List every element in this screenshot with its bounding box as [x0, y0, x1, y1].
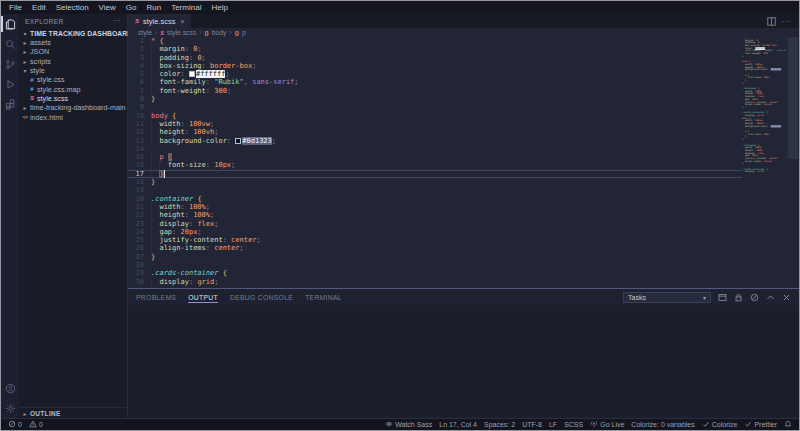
tree-item-style[interactable]: ▾style	[19, 66, 127, 75]
menu-item-go[interactable]: Go	[121, 3, 142, 12]
scrollbar-thumb[interactable]	[788, 37, 798, 159]
code-line: 13 background-color: #0d1323;	[742, 69, 786, 72]
tree-item-json[interactable]: ▸JSON	[19, 47, 127, 56]
sidebar-title: EXPLORER	[25, 18, 64, 25]
tree-item-time-tracking-dashboard-main[interactable]: ▸time-tracking-dashboard-main	[19, 103, 127, 112]
editor-scrollbar[interactable]	[786, 37, 799, 288]
settings-gear-icon[interactable]	[1, 398, 19, 418]
status-spaces-2[interactable]: Spaces: 2	[484, 421, 515, 428]
output-panel-content[interactable]	[128, 305, 799, 418]
tree-item-scripts[interactable]: ▸scripts	[19, 57, 127, 66]
close-panel-icon[interactable]	[782, 293, 791, 302]
tree-item-assets[interactable]: ▸assets	[19, 38, 127, 47]
extensions-icon[interactable]	[1, 94, 19, 114]
sass-file-icon: S	[29, 95, 35, 101]
text-cursor	[164, 170, 165, 178]
breadcrumb-item[interactable]: style	[138, 29, 152, 36]
code-text: .container {	[151, 195, 202, 203]
clear-output-icon[interactable]	[750, 293, 759, 302]
code-text: height: 100%;	[151, 211, 214, 219]
tree-item-index-html[interactable]: <>index.html	[19, 112, 127, 121]
status-label: Colorize: 0 variables	[631, 421, 694, 428]
panel-tab-problems[interactable]: PROBLEMS	[136, 291, 176, 304]
code-line: 17 }	[128, 170, 742, 178]
status-label: LF	[549, 421, 557, 428]
explorer-more-actions-button[interactable]: ···	[113, 18, 121, 24]
status-colorize[interactable]: Colorize	[702, 420, 738, 429]
menu-item-terminal[interactable]: Terminal	[166, 3, 206, 12]
code-text: }	[151, 95, 155, 103]
chevron-right-icon: ▸	[22, 410, 28, 417]
tree-item-style-scss[interactable]: Sstyle.scss	[19, 94, 127, 103]
panel-tab-debug-console[interactable]: DEBUG CONSOLE	[230, 291, 293, 304]
menu-item-selection[interactable]: Selection	[51, 3, 94, 12]
panel-tab-terminal[interactable]: TERMINAL	[305, 291, 342, 304]
source-control-icon[interactable]	[1, 54, 19, 74]
status-prettier[interactable]: Prettier	[744, 420, 777, 429]
outline-section-header[interactable]: ▸ OUTLINE	[19, 407, 127, 418]
status-go-live[interactable]: Go Live	[590, 420, 624, 429]
status-0[interactable]: 0	[8, 420, 22, 429]
status-colorize-0-variables[interactable]: Colorize: 0 variables	[631, 421, 694, 428]
status-bell[interactable]	[784, 420, 792, 429]
output-channel-select[interactable]: Tasks ▾	[623, 292, 711, 303]
css-file-icon: #	[29, 86, 35, 92]
code-line: 4 box-sizing: border-box;	[128, 62, 742, 70]
tree-root-folder[interactable]: ▾ TIME TRACKING DASHBOARD	[19, 28, 127, 38]
menu-item-help[interactable]: Help	[206, 3, 232, 12]
status-0[interactable]: 0	[29, 420, 43, 429]
run-debug-icon[interactable]	[1, 74, 19, 94]
warning-icon	[29, 420, 37, 429]
status-watch-sass[interactable]: Watch Sass	[385, 420, 432, 429]
explorer-icon[interactable]	[1, 14, 19, 34]
code-text: align-items: center;	[151, 244, 244, 252]
scroll-lock-icon[interactable]	[734, 293, 743, 302]
menu-item-view[interactable]: View	[94, 3, 121, 12]
code-text: body {	[151, 112, 176, 120]
code-text: }	[151, 253, 155, 261]
account-icon[interactable]	[1, 378, 19, 398]
code-text: font-size: 10px;	[151, 161, 235, 169]
code-text: font-weight: 300;	[151, 87, 231, 95]
code-line: 16 font-size: 10px;	[128, 161, 742, 169]
chevron-down-icon: ▾	[22, 67, 28, 74]
line-number: 11	[128, 120, 151, 128]
breadcrumb-item[interactable]: p	[242, 29, 246, 36]
check-icon	[702, 420, 710, 429]
broadcast-icon	[590, 420, 598, 429]
search-icon[interactable]	[1, 34, 19, 54]
minimap[interactable]: 1* {2 margin: 0;3 padding: 0;4 box-sizin…	[742, 37, 786, 288]
status-utf-8[interactable]: UTF-8	[522, 421, 542, 428]
breadcrumb-item[interactable]: style.scss	[167, 29, 196, 36]
menu-bar: FileEditSelectionViewGoRunTerminalHelp	[1, 1, 799, 14]
code-line: 10body {	[128, 112, 742, 120]
close-tab-icon[interactable]: ×	[181, 18, 185, 25]
open-output-editor-icon[interactable]	[718, 293, 727, 302]
code-text: background-color: #0d1323;	[151, 137, 276, 145]
menu-item-file[interactable]: File	[4, 3, 27, 12]
status-label: Watch Sass	[395, 421, 432, 428]
editor-tab-bar: S style.scss × ···	[128, 14, 799, 28]
status-scss[interactable]: SCSS	[564, 421, 583, 428]
tab-style-scss[interactable]: S style.scss ×	[128, 14, 191, 28]
code-line: 21 width: 100%;	[128, 203, 742, 211]
menu-item-edit[interactable]: Edit	[27, 3, 51, 12]
css-file-icon: #	[29, 77, 35, 83]
status-lf[interactable]: LF	[549, 421, 557, 428]
code-text: gap: 20px;	[151, 228, 202, 236]
code-text: p {	[151, 153, 172, 161]
line-number: 5	[128, 70, 151, 78]
panel-tab-output[interactable]: OUTPUT	[188, 291, 218, 304]
status-label: Go Live	[600, 421, 624, 428]
code-text: align-items: center;	[742, 104, 774, 107]
line-number: 2	[128, 45, 151, 53]
tree-item-style-css-map[interactable]: #style.css.map	[19, 84, 127, 93]
maximize-panel-icon[interactable]	[766, 293, 775, 302]
code-editor[interactable]: 1* {2 margin: 0;3 padding: 0;4 box-sizin…	[128, 37, 799, 288]
breadcrumb-item[interactable]: body	[212, 29, 227, 36]
chevron-right-icon: ▸	[22, 48, 28, 55]
tree-item-style-css[interactable]: #style.css	[19, 75, 127, 84]
editor-more-actions-icon[interactable]: ···	[782, 17, 792, 26]
status-ln-17-col-4[interactable]: Ln 17, Col 4	[439, 421, 477, 428]
menu-item-run[interactable]: Run	[141, 3, 166, 12]
